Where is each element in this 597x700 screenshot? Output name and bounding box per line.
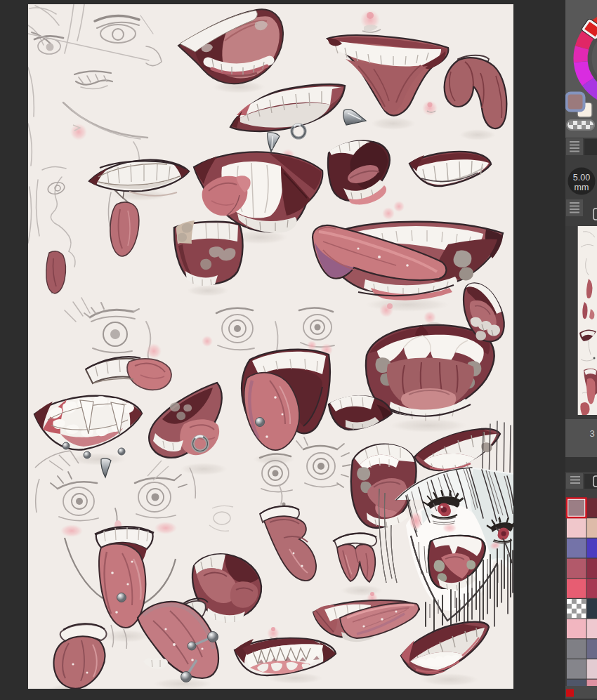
svg-text:5.00: 5.00	[573, 173, 590, 183]
svg-text:mm: mm	[575, 183, 589, 192]
svg-text:3: 3	[589, 428, 594, 439]
